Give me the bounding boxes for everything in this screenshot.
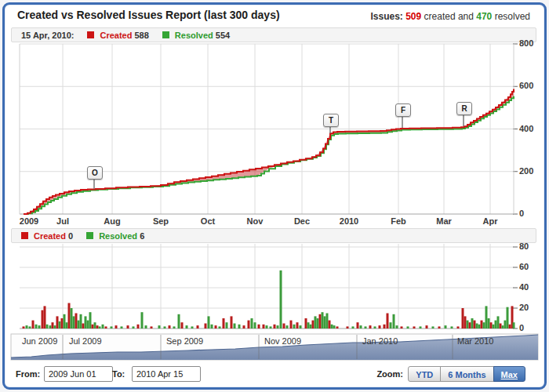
y-tick-label: 80 [519,241,529,251]
issues-summary: Issues: 509 created and 470 resolved [370,11,530,22]
resolved-legend-item[interactable]: Resolved 554 [175,31,230,40]
bar-created-value: 0 [68,231,73,241]
zoom-6months-button[interactable]: 6 Months [440,366,493,382]
y-tick-label: 0 [519,209,524,218]
flag-marker-r[interactable]: R [456,102,472,115]
y-tick-label: 600 [519,82,533,91]
navigator-label: Mar 2010 [457,336,493,346]
zoom-ytd-button[interactable]: YTD [408,366,441,382]
x-tick-label: Sep [153,216,169,226]
zoom-max-button[interactable]: Max [493,366,525,382]
x-tick-label: 2010 [340,216,358,226]
y-tick-label: 800 [519,38,533,48]
navigator-label: Nov 2009 [264,336,301,346]
main-chart-plot-area[interactable] [20,44,514,214]
created-swatch-icon [87,31,94,38]
page-title: Created vs Resolved Issues Report (last … [17,9,280,21]
bar-resolved-legend-item[interactable]: Resolved 6 [99,231,144,241]
issues-created-suffix: created and [424,11,474,22]
range-controls: From: To: Zoom: YTD 6 Months Max [0,364,549,386]
x-tick-label: Feb [391,216,406,226]
bar-resolved-value: 6 [140,231,144,241]
flag-marker-o[interactable]: O [87,166,103,180]
navigator-label: Jul 2009 [69,336,102,346]
issues-created-count: 509 [405,11,421,22]
x-tick-label: Jul [56,216,69,226]
navigator-label: Jan 2010 [362,336,398,346]
created-legend-item[interactable]: Created 588 [100,31,148,40]
x-tick-label: Aug [104,216,120,226]
y-tick-label: 20 [519,303,529,312]
navigator-label: Sep 2009 [166,336,203,346]
issues-resolved-suffix: resolved [495,11,530,22]
tooltip-date: 15 Apr, 2010: [21,31,74,40]
issues-resolved-count: 470 [476,11,492,22]
x-tick-label: 2009 [20,216,38,226]
to-label: To: [112,369,125,379]
x-tick-label: Oct [201,216,215,226]
flag-marker-t[interactable]: T [323,114,339,127]
to-date-input[interactable] [132,366,201,382]
created-swatch-icon [21,232,28,239]
resolved-swatch-icon [86,232,93,239]
issues-report-widget: Created vs Resolved Issues Report (last … [0,0,549,392]
zoom-label: Zoom: [376,369,403,379]
from-label: From: [16,369,40,379]
navigator-label: Jun 2009 [22,336,57,346]
resolved-value: 554 [216,31,230,40]
main-chart-legend: 15 Apr, 2010: Created 588 Resolved 554 [11,27,536,42]
x-tick-label: Nov [247,216,264,226]
y-tick-label: 60 [519,262,529,271]
resolved-swatch-icon [162,31,169,38]
x-tick-label: Dec [294,216,310,226]
y-tick-label: 400 [519,124,533,133]
y-tick-label: 0 [519,323,524,332]
from-date-input[interactable] [44,366,113,382]
x-tick-label: Mar [436,216,452,226]
created-value: 588 [135,31,149,40]
zoom-button-group: YTD 6 Months Max [408,366,525,382]
issues-summary-label: Issues: [370,11,402,22]
x-tick-label: Apr [483,216,498,226]
bar-chart-legend: Created 0 Resolved 6 [11,228,536,243]
y-tick-label: 40 [519,282,529,292]
y-tick-label: 200 [519,166,533,176]
bar-chart-plot-area[interactable] [20,244,514,328]
bar-created-legend-item[interactable]: Created 0 [34,231,73,241]
flag-marker-f[interactable]: F [395,103,411,117]
